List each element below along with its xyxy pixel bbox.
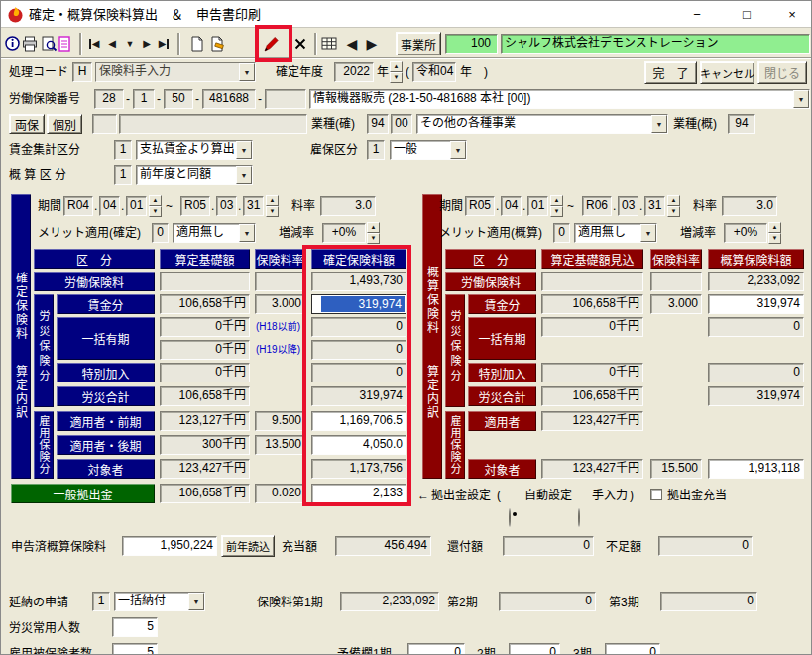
field-kyoshutsu-amount[interactable]: 2,133 (311, 484, 406, 503)
insurance-no1-field[interactable]: 28 (94, 89, 124, 109)
field-chingin-amount-right[interactable]: 319,974 (708, 294, 804, 314)
spin-up-icon[interactable]: ▲ (390, 61, 403, 72)
period-from-era-left[interactable]: R04 (63, 196, 93, 216)
spin-down-icon[interactable]: ▼ (266, 206, 279, 217)
zogen-field-right[interactable]: +0% (724, 223, 767, 243)
checkbox-kyoshutsu-juto-label[interactable]: 拠出金充当 (667, 486, 727, 505)
last-record-button[interactable]: ▶ (155, 32, 173, 55)
spin-down-icon[interactable]: ▼ (667, 206, 680, 217)
register-button[interactable] (207, 32, 227, 55)
period-to-spinner-left[interactable]: ▲▼ (266, 195, 279, 217)
spin-up-icon[interactable]: ▲ (550, 195, 563, 206)
field-taisho-amount-right[interactable]: 1,913,118 (708, 459, 804, 479)
industry-kakutei-code1-field[interactable]: 94 (367, 114, 389, 134)
rate-field-left[interactable]: 3.0 (320, 196, 376, 216)
delete-button[interactable] (290, 32, 310, 55)
period-to-spinner-right[interactable]: ▲▼ (667, 195, 680, 217)
industry-kakutei-code2-field[interactable]: 00 (391, 114, 412, 134)
period-to-month-right[interactable]: 03 (618, 196, 638, 216)
list-view-button[interactable] (319, 32, 339, 55)
page-setup-button[interactable] (55, 32, 74, 55)
wage-tally-code-field[interactable]: 1 (114, 140, 132, 160)
insurance-no3-field[interactable]: 50 (164, 89, 193, 109)
insurance-no5-field[interactable] (265, 89, 306, 109)
reserve-term1-field[interactable]: 0 (407, 643, 465, 655)
zogen-spinner-left[interactable]: ▲▼ (367, 222, 380, 244)
spin-down-icon[interactable]: ▼ (550, 206, 563, 217)
insurance-no2-field[interactable]: 1 (133, 89, 155, 109)
period-to-day-left[interactable]: 31 (243, 196, 264, 216)
spin-up-icon[interactable]: ▲ (667, 195, 680, 206)
field-koki-amount-left[interactable]: 4,050.0 (311, 435, 406, 455)
minimize-button[interactable]: − (683, 3, 711, 25)
merit-combo-left[interactable]: 適用無し▼ (173, 223, 256, 243)
reserve-term3-field[interactable]: 0 (605, 643, 660, 655)
ryoho-button[interactable]: 両保 (9, 114, 45, 134)
office-button[interactable]: 事業所 (396, 32, 441, 55)
radio-manual-input[interactable] (578, 508, 580, 527)
chevron-down-icon[interactable]: ▼ (651, 115, 667, 133)
spin-up-icon[interactable]: ▲ (149, 195, 162, 206)
spin-down-icon[interactable]: ▼ (390, 72, 403, 83)
maximize-button[interactable]: □ (733, 3, 760, 25)
period-to-month-left[interactable]: 03 (216, 196, 237, 216)
spin-down-icon[interactable]: ▼ (149, 206, 162, 217)
field-chingin-amount-left-selected[interactable]: 319,974 (311, 294, 406, 314)
gaisan-class-combo[interactable]: 前年度と同額▼ (136, 165, 253, 185)
radio-auto-setting[interactable] (509, 508, 511, 527)
chevron-down-icon[interactable]: ▼ (640, 224, 656, 242)
radio-manual-label[interactable]: 手入力 (592, 486, 628, 505)
chevron-down-icon[interactable]: ▼ (236, 166, 252, 184)
field-zenki-amount-left[interactable]: 1,169,706.5 (311, 411, 406, 431)
employment-class-code-field[interactable]: 1 (367, 140, 385, 160)
reserve-term2-field[interactable]: 0 (509, 643, 560, 655)
insurance-no4-field[interactable]: 481688 (202, 89, 256, 109)
gaisan-class-code-field[interactable]: 1 (114, 165, 132, 185)
period-to-era-right[interactable]: R06 (582, 196, 612, 216)
office-select-combo[interactable]: 情報機器販売 (28-1-50-481688 本社 [00])▼ (309, 89, 810, 109)
office-name-field[interactable]: シャルフ株式会社デモンストレーション (501, 34, 810, 54)
period-from-day-left[interactable]: 01 (126, 196, 147, 216)
edit-button[interactable] (261, 32, 281, 55)
chevron-down-icon[interactable]: ▼ (239, 224, 255, 242)
load-previous-year-button[interactable]: 前年読込 (221, 535, 275, 557)
period-from-month-right[interactable]: 04 (501, 196, 522, 216)
period-to-day-right[interactable]: 31 (644, 196, 665, 216)
deferred-payment-code-field[interactable]: 1 (92, 592, 110, 611)
period-to-era-left[interactable]: R05 (180, 196, 210, 216)
period-from-day-right[interactable]: 01 (527, 196, 548, 216)
prev-button[interactable]: ◀ (103, 32, 121, 55)
industry-name-combo[interactable]: その他の各種事業▼ (416, 114, 668, 134)
spin-up-icon[interactable]: ▲ (768, 222, 781, 233)
close-button[interactable]: × (778, 3, 806, 25)
zogen-spinner-right[interactable]: ▲▼ (768, 222, 781, 244)
merit-code-left[interactable]: 0 (152, 223, 169, 243)
period-from-spinner-right[interactable]: ▲▼ (550, 195, 563, 217)
wage-tally-combo[interactable]: 支払賃金より算出▼ (136, 140, 253, 160)
office-code-field[interactable]: 100 (445, 34, 498, 54)
merit-code-right[interactable]: 0 (553, 223, 570, 243)
spin-up-icon[interactable]: ▲ (266, 195, 279, 206)
insured-workers-field[interactable]: 5 (112, 643, 158, 655)
zogen-field-left[interactable]: +0% (322, 223, 366, 243)
fiscal-year-field[interactable]: 2022 (334, 62, 374, 82)
declared-premium-field[interactable]: 1,950,224 (122, 536, 217, 556)
kobetsu-button[interactable]: 個別 (47, 114, 82, 134)
checkbox-kyoshutsu-juto[interactable] (650, 489, 662, 500)
prev-office-button[interactable]: ◀ (342, 32, 362, 55)
record-dropdown-button[interactable]: ▼ (121, 32, 139, 55)
period-from-spinner-left[interactable]: ▲▼ (149, 195, 162, 217)
spin-down-icon[interactable]: ▼ (768, 233, 781, 244)
radio-auto-label[interactable]: 自動設定 (524, 486, 572, 505)
chevron-down-icon[interactable]: ▼ (188, 593, 204, 610)
next-button[interactable]: ▶ (138, 32, 156, 55)
new-record-button[interactable] (187, 32, 207, 55)
merit-combo-right[interactable]: 適用無し▼ (574, 223, 657, 243)
deferred-payment-combo[interactable]: 一括納付▼ (114, 592, 205, 611)
done-button[interactable]: 完 了 (644, 61, 697, 84)
chevron-down-icon[interactable]: ▼ (793, 90, 809, 108)
spin-down-icon[interactable]: ▼ (367, 233, 380, 244)
period-from-era-right[interactable]: R05 (465, 196, 495, 216)
rate-field-right[interactable]: 3.0 (722, 196, 777, 216)
next-office-button[interactable]: ▶ (362, 32, 382, 55)
